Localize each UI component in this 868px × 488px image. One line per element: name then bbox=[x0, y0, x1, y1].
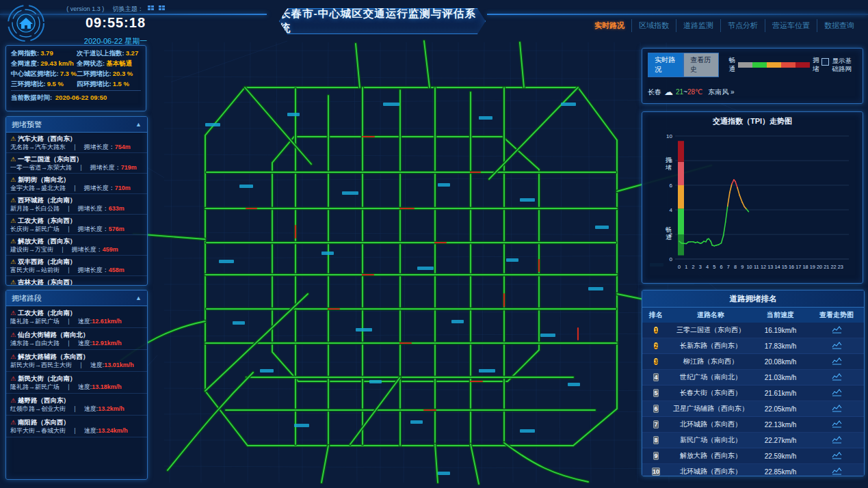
collapse-arrow-icon[interactable]: ▲ bbox=[135, 290, 142, 306]
warning-detail: 建设街→万宝街 ｜ 拥堵长度：459m bbox=[10, 246, 143, 254]
nav-item-2[interactable]: 区域指数 bbox=[631, 19, 676, 32]
congested-item[interactable]: ⚠新民大街（北向南）隆礼路→新民广场 ｜ 速度:13.18km/h bbox=[6, 372, 147, 394]
ranking-row[interactable]: 1三零二国道（东向西）16.19km/h bbox=[642, 323, 864, 338]
x-tick-13: 13 bbox=[767, 264, 773, 270]
trend-chart-icon[interactable] bbox=[809, 342, 864, 351]
congested-item[interactable]: ⚠南阳路（东向西）和平大街→春城大街 ｜ 速度:13.24km/h bbox=[6, 416, 147, 437]
warning-triangle-icon: ⚠ bbox=[10, 217, 16, 224]
x-tick-1: 1 bbox=[685, 264, 687, 270]
theme-swatch-1[interactable] bbox=[148, 5, 154, 10]
road-label-chip bbox=[356, 328, 372, 331]
nav-item-4[interactable]: 节点分析 bbox=[720, 19, 765, 32]
warning-item[interactable]: ⚠工农大路（东向西）长庆街→新民广场 ｜ 拥堵长度：576m bbox=[6, 215, 147, 235]
x-tick-22: 22 bbox=[830, 264, 836, 270]
congested-segment: 新民大街→西民主大街 ｜ bbox=[10, 362, 90, 368]
tab-view-history[interactable]: 查看历史 bbox=[683, 53, 719, 77]
ranking-road-name: 长新东路（西向东） bbox=[670, 341, 752, 351]
trend-chart-icon[interactable] bbox=[809, 420, 864, 429]
congestion-warning-list: ⚠汽车大路（西向东）无名路→汽车大路东 ｜ 拥堵长度：754m⚠一零二国道（东向… bbox=[6, 133, 147, 286]
trend-chart-icon[interactable] bbox=[809, 467, 864, 476]
home-icon[interactable] bbox=[7, 4, 45, 42]
ranking-row[interactable]: 5长春大街（东向西）21.61km/h bbox=[642, 385, 864, 401]
congested-speed-label: 速度: bbox=[90, 362, 105, 368]
ranking-row[interactable]: 8新民广场（南向北）22.27km/h bbox=[642, 433, 864, 448]
congested-item[interactable]: ⚠解放大路辅路（东向西）新民大街→西民主大街 ｜ 速度:13.01km/h bbox=[6, 350, 147, 372]
rank-badge: 6 bbox=[653, 405, 658, 413]
legend-jam-label: 拥堵 bbox=[813, 56, 819, 74]
warning-triangle-icon: ⚠ bbox=[10, 156, 16, 163]
trend-chart-icon[interactable] bbox=[809, 436, 864, 445]
warning-item[interactable]: ⚠西环城路（北向南）新月路→长白公路 ｜ 拥堵长度：633m bbox=[6, 194, 147, 215]
ranking-row[interactable]: 6卫星广场辅路（西向东）22.05km/h bbox=[642, 401, 864, 417]
warning-item[interactable]: ⚠解放大路（西向东）建设街→万宝街 ｜ 拥堵长度：459m bbox=[6, 235, 147, 256]
ranking-row[interactable]: 10北环城路（西向东）22.85km/h bbox=[642, 464, 864, 476]
x-tick-10: 10 bbox=[746, 264, 752, 270]
congested-item[interactable]: ⚠越野路（西向东）红领巾路→创业大街 ｜ 速度:13.2km/h bbox=[6, 394, 147, 416]
warning-road-name: 解放大路（西向东） bbox=[18, 237, 77, 245]
legend-segment-4 bbox=[781, 62, 795, 68]
trend-chart-icon[interactable] bbox=[809, 326, 864, 335]
stat-label: 全网指数: bbox=[11, 49, 39, 57]
road-label-chip bbox=[260, 369, 274, 372]
road-label-chip bbox=[479, 116, 492, 120]
ranking-row[interactable]: 2长新东路（西向东）17.83km/h bbox=[642, 338, 864, 354]
congested-item[interactable]: ⚠工农大路（北向南）隆礼路→新民广场 ｜ 速度:12.61km/h bbox=[6, 306, 147, 328]
stat-cell-3: 全网速度:29.43 km/h bbox=[11, 59, 77, 67]
theme-swatch-2[interactable] bbox=[159, 5, 165, 10]
congested-road: ⚠新民大街（北向南） bbox=[10, 375, 143, 383]
ranking-col-2: 道路名称 bbox=[670, 310, 752, 320]
road-label-chip bbox=[520, 198, 535, 202]
congested-item[interactable]: ⚠仙台大街辅路（南向北）浦东路→自由大路 ｜ 速度:12.91km/h bbox=[6, 328, 147, 350]
x-tick-20: 20 bbox=[817, 264, 822, 270]
warning-item[interactable]: ⚠吉林大路（东向西）临河街→亚泰大街 ｜ 拥堵长度：455m bbox=[6, 276, 147, 286]
warning-item[interactable]: ⚠汽车大路（西向东）无名路→汽车大路东 ｜ 拥堵长度：754m bbox=[6, 133, 147, 153]
nav-item-1[interactable]: 实时路况 bbox=[588, 19, 631, 32]
ranking-speed: 22.13km/h bbox=[752, 421, 809, 429]
warning-item[interactable]: ⚠双丰西路（北向南）富民大街→站前街 ｜ 拥堵长度：458m bbox=[6, 256, 147, 276]
colorbar-segment-4 bbox=[678, 162, 684, 185]
congested-road-name: 仙台大街辅路（南向北） bbox=[18, 331, 90, 338]
stat-label: 中心城区拥堵比: bbox=[11, 70, 59, 77]
rank-badge: 9 bbox=[653, 452, 658, 460]
ranking-row[interactable]: 3柳江路（东向西）20.08km/h bbox=[642, 354, 864, 370]
checkbox-box-icon[interactable] bbox=[821, 58, 829, 66]
rank-badge: 8 bbox=[653, 436, 658, 444]
stat-value: 29.43 km/h bbox=[40, 59, 74, 67]
warning-item[interactable]: ⚠一零二国道（东向西）一零一省道→东荣大路 ｜ 拥堵长度：719m bbox=[6, 153, 147, 174]
trend-chart-icon[interactable] bbox=[809, 389, 864, 398]
congested-triangle-icon: ⚠ bbox=[10, 353, 16, 360]
tab-realtime-traffic[interactable]: 实时路况 bbox=[648, 53, 683, 77]
header-left-block: ( version 1.3 ) 切换主题： 09:55:18 2020-06-2… bbox=[51, 1, 181, 46]
trend-chart-icon[interactable] bbox=[809, 405, 864, 414]
show-base-network-checkbox[interactable]: 显示基础路网 bbox=[821, 57, 857, 73]
road-label-chip bbox=[595, 226, 609, 229]
nav-item-3[interactable]: 道路监测 bbox=[676, 19, 720, 32]
weather-wind-link[interactable]: 东南风 » bbox=[708, 87, 734, 97]
tpi-line-segment bbox=[737, 188, 739, 195]
x-tick-3: 3 bbox=[699, 264, 702, 270]
warning-length-value: 576m bbox=[109, 226, 124, 232]
rank-badge-cell: 10 bbox=[642, 467, 670, 476]
tpi-line-segment bbox=[724, 222, 726, 236]
ranking-speed: 22.85km/h bbox=[752, 468, 809, 476]
stat-label: 二环拥堵比: bbox=[77, 70, 111, 77]
nav-item-6[interactable]: 数据查询 bbox=[817, 19, 861, 32]
ranking-row[interactable]: 7北环城路（东向西）22.13km/h bbox=[642, 417, 864, 433]
trend-chart-icon[interactable] bbox=[809, 357, 864, 366]
road-status-toolbar: 实时路况 查看历史 畅通 拥堵 显示基础路网 bbox=[648, 53, 857, 77]
collapse-arrow-icon[interactable]: ▲ bbox=[135, 117, 142, 132]
warning-detail: 新月路→长白公路 ｜ 拥堵长度：633m bbox=[10, 205, 143, 213]
axis-label-jam: 拥堵 bbox=[665, 157, 672, 171]
ranking-row[interactable]: 9解放大路（西向东）22.59km/h bbox=[642, 448, 864, 464]
x-tick-7: 7 bbox=[727, 264, 730, 270]
ranking-row[interactable]: 4世纪广场（南向北）21.03km/h bbox=[642, 370, 864, 385]
warning-item[interactable]: ⚠新明街（南向北）金宇大路→盛北大路 ｜ 拥堵长度：710m bbox=[6, 174, 147, 194]
road-label-chip bbox=[561, 103, 576, 106]
congested-triangle-icon: ⚠ bbox=[10, 397, 16, 404]
trend-chart-icon[interactable] bbox=[809, 373, 864, 382]
nav-item-5[interactable]: 营运车位置 bbox=[765, 19, 817, 32]
road-label-chip bbox=[479, 369, 495, 372]
trend-chart-icon[interactable] bbox=[809, 452, 864, 461]
ranking-road-name: 世纪广场（南向北） bbox=[670, 372, 752, 382]
x-tick-8: 8 bbox=[734, 264, 737, 270]
